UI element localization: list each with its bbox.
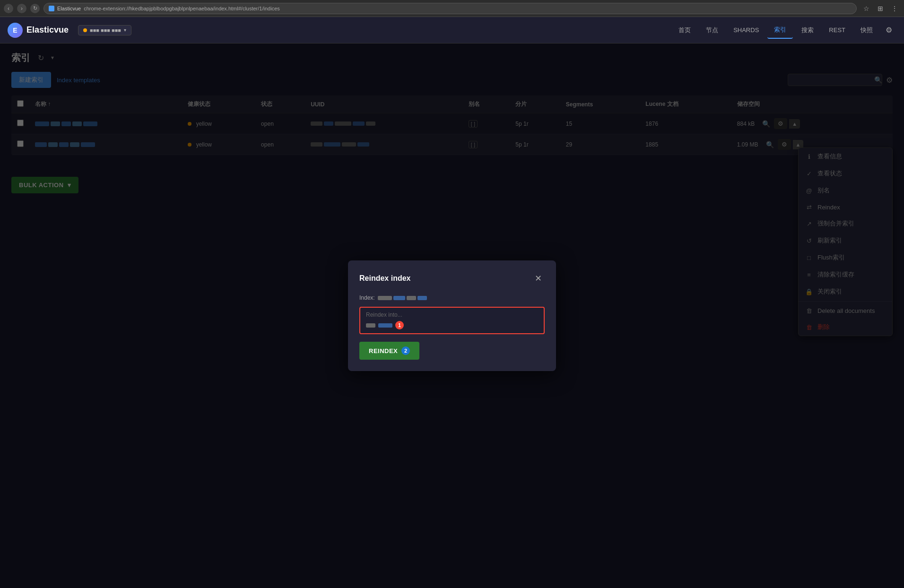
modal-input-wrapper: Reindex into... 1 (359, 307, 545, 334)
cluster-info: ■■■ ■■■ ■■■ (90, 27, 121, 33)
reindex-badge: 2 (401, 346, 410, 355)
cluster-dropdown-icon: ▾ (124, 27, 126, 33)
modal-overlay: Reindex index ✕ Index: Reindex into... (0, 43, 904, 588)
browser-menu-icon[interactable]: ⋮ (889, 3, 900, 14)
cluster-selector[interactable]: ■■■ ■■■ ■■■ ▾ (78, 25, 131, 35)
logo-icon: E (8, 23, 23, 38)
nav-settings-icon[interactable]: ⚙ (881, 23, 896, 38)
reindex-confirm-button[interactable]: REINDEX 2 (359, 342, 419, 360)
cluster-status-dot (83, 28, 87, 32)
browser-refresh-button[interactable]: ↻ (30, 4, 40, 13)
nav-nodes[interactable]: 节点 (699, 22, 725, 38)
modal-index-info: Index: (359, 294, 545, 301)
iblock-1 (378, 296, 392, 300)
modal-index-name-blocks (378, 296, 427, 300)
nav-indices[interactable]: 索引 (767, 22, 793, 39)
modal-index-label-text: Index: (359, 294, 375, 301)
app-name: Elasticvue (26, 25, 69, 35)
iblock-4 (417, 296, 427, 300)
modal-header: Reindex index ✕ (359, 272, 545, 285)
modal-footer: REINDEX 2 (359, 342, 545, 360)
reindex-btn-label: REINDEX (369, 347, 398, 355)
main-content: 索引 ↻ ▾ 新建索引 Index templates 🔍 ⚙ (0, 43, 904, 588)
url-bar[interactable]: Elasticvue chrome-extension://hkedbapjpb… (43, 3, 857, 14)
browser-toolbar-icons: ☆ ⊞ ⋮ (861, 3, 900, 14)
tab-title: Elasticvue (57, 6, 81, 11)
browser-chrome: ‹ › ↻ Elasticvue chrome-extension://hked… (0, 0, 904, 17)
nav-home[interactable]: 首页 (672, 22, 697, 38)
app-header: E Elasticvue ■■■ ■■■ ■■■ ▾ 首页 节点 SHARDS … (0, 17, 904, 43)
nav-snapshots[interactable]: 快照 (854, 22, 879, 38)
input-val-block-1 (366, 323, 375, 328)
bookmark-icon[interactable]: ☆ (861, 3, 872, 14)
modal-close-icon: ✕ (535, 273, 542, 284)
app-logo: E Elasticvue (8, 23, 69, 38)
modal-input-placeholder: Reindex into... (366, 311, 538, 318)
iblock-2 (393, 296, 405, 300)
nav-rest[interactable]: REST (822, 23, 852, 37)
forward-button[interactable]: › (17, 4, 26, 13)
back-button[interactable]: ‹ (4, 4, 13, 13)
modal-error-badge: 1 (395, 321, 404, 329)
modal-title: Reindex index (359, 274, 410, 283)
iblock-3 (407, 296, 416, 300)
app-nav: 首页 节点 SHARDS 索引 搜索 REST 快照 ⚙ (672, 22, 896, 39)
favicon-icon (49, 6, 54, 11)
url-text: chrome-extension://hkedbapjpblbodpgbajbl… (84, 6, 280, 11)
modal-close-button[interactable]: ✕ (531, 272, 545, 285)
modal-input-value-row: 1 (366, 321, 538, 329)
nav-shards[interactable]: SHARDS (727, 23, 765, 37)
extensions-icon[interactable]: ⊞ (875, 3, 886, 14)
input-val-block-2 (378, 323, 392, 328)
nav-search[interactable]: 搜索 (795, 22, 820, 38)
logo-letter: E (13, 26, 17, 34)
reindex-modal: Reindex index ✕ Index: Reindex into... (348, 260, 556, 371)
